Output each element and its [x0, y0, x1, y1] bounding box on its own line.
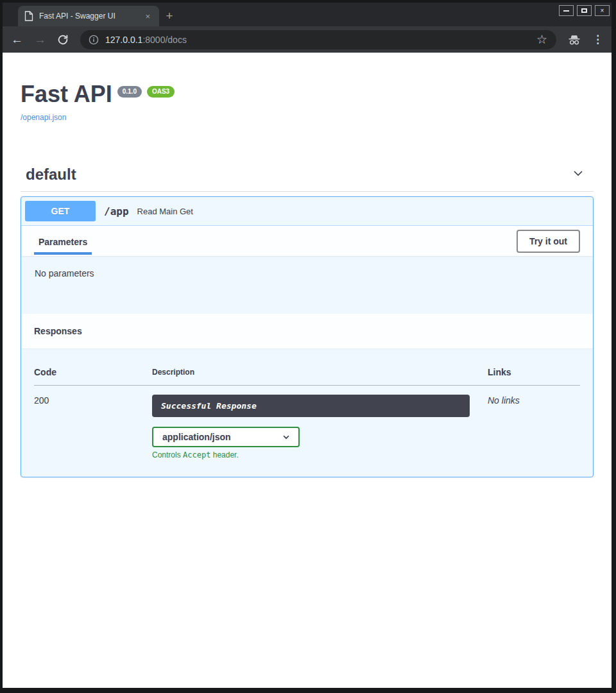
maximize-icon: [581, 8, 587, 13]
tab-strip: Fast API - Swagger UI × + ×: [3, 3, 612, 26]
no-parameters-text: No parameters: [35, 268, 94, 278]
close-button[interactable]: ×: [595, 5, 610, 16]
bookmark-star-icon[interactable]: ☆: [536, 32, 550, 47]
api-title-row: Fast API 0.1.0 OAS3: [21, 83, 594, 106]
url-path: :8000/docs: [142, 35, 187, 45]
opblock-get-app: GET /app Read Main Get Parameters Try it…: [21, 196, 594, 477]
chevron-down-icon[interactable]: [572, 167, 585, 182]
response-links: No links: [488, 395, 520, 406]
column-header-links: Links: [488, 361, 580, 386]
reload-button[interactable]: [57, 34, 69, 46]
accept-code: Accept: [183, 450, 210, 459]
minimize-icon: [563, 10, 569, 12]
tab-title: Fast API - Swagger UI: [39, 12, 137, 21]
media-type-selected: application/json: [162, 432, 231, 442]
tab-close-icon[interactable]: ×: [142, 11, 153, 22]
browser-window: Fast API - Swagger UI × + × ← →: [3, 3, 612, 688]
tag-header[interactable]: default: [21, 159, 594, 192]
response-code: 200: [34, 395, 49, 406]
response-row-200: 200 Successful Response application/json: [34, 386, 580, 460]
column-header-description: Description: [152, 361, 488, 386]
select-chevron-down-icon: [282, 432, 291, 441]
openapi-spec-link[interactable]: /openapi.json: [21, 113, 66, 122]
browser-toolbar: ← → 127.0.0.1:8000/docs ☆: [3, 26, 612, 53]
new-tab-button[interactable]: +: [159, 6, 180, 26]
column-header-code: Code: [34, 361, 152, 386]
parameters-header: Parameters Try it out: [21, 226, 593, 256]
browser-menu-icon[interactable]: ⋮: [592, 33, 603, 46]
url-text: 127.0.0.1:8000/docs: [105, 35, 187, 45]
maximize-button[interactable]: [577, 5, 592, 16]
page-favicon-icon: [24, 11, 33, 21]
tag-section-default: default GET /app Read Main Get: [3, 159, 612, 477]
responses-body: Code Description Links 200: [21, 348, 593, 477]
operation-path: /app: [104, 205, 129, 218]
window-controls: ×: [559, 5, 610, 16]
swagger-page: Fast API 0.1.0 OAS3 /openapi.json defaul…: [3, 53, 612, 688]
tab-parameters[interactable]: Parameters: [34, 227, 92, 255]
minimize-button[interactable]: [559, 5, 574, 16]
responses-title: Responses: [34, 326, 82, 336]
oas3-badge: OAS3: [147, 86, 175, 98]
parameters-body: No parameters: [21, 256, 593, 314]
responses-table-header-row: Code Description Links: [34, 361, 580, 386]
accept-header-hint: Controls Accept header.: [152, 450, 488, 459]
url-bar[interactable]: 127.0.0.1:8000/docs ☆: [80, 30, 556, 49]
browser-tab[interactable]: Fast API - Swagger UI ×: [18, 6, 159, 26]
try-it-out-button[interactable]: Try it out: [517, 230, 580, 253]
media-type-select[interactable]: application/json: [152, 427, 300, 447]
incognito-icon[interactable]: [567, 33, 581, 46]
method-badge: GET: [25, 201, 96, 221]
responses-table: Code Description Links 200: [34, 361, 580, 459]
responses-header: Responses: [21, 314, 593, 348]
response-description-box: Successful Response: [152, 395, 470, 417]
window-frame: Fast API - Swagger UI × + × ← →: [0, 0, 616, 693]
forward-button[interactable]: →: [34, 33, 46, 46]
operation-summary-text: Read Main Get: [137, 207, 193, 216]
url-host: 127.0.0.1: [105, 35, 142, 45]
back-button[interactable]: ←: [11, 33, 23, 46]
info-icon[interactable]: [89, 35, 99, 45]
operation-summary[interactable]: GET /app Read Main Get: [21, 197, 593, 226]
media-type-control: application/json: [152, 427, 488, 459]
version-badge: 0.1.0: [117, 86, 142, 98]
api-info-section: Fast API 0.1.0 OAS3 /openapi.json: [3, 53, 612, 123]
tag-name: default: [26, 166, 76, 184]
page-title: Fast API: [21, 83, 112, 106]
